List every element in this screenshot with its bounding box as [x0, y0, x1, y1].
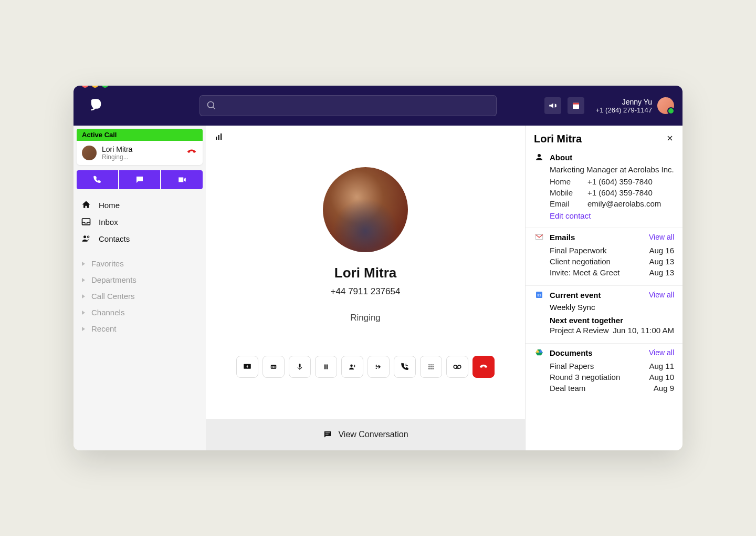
svg-point-16: [350, 364, 353, 367]
current-event-label: Current event: [550, 291, 644, 300]
active-call-card[interactable]: Lori Mitra Ringing...: [77, 141, 203, 165]
section-call-centers[interactable]: Call Centers: [74, 288, 206, 304]
section-recent[interactable]: Recent: [74, 321, 206, 337]
email-row[interactable]: Client negotiationAug 13: [550, 256, 674, 267]
gmail-icon: [534, 232, 544, 242]
edit-contact-link[interactable]: Edit contact: [550, 211, 674, 220]
chat-icon: [322, 429, 333, 440]
announcement-button[interactable]: [544, 97, 561, 114]
microphone-icon: [295, 362, 304, 372]
section-label: Call Centers: [91, 292, 135, 301]
transfer-icon: [374, 362, 383, 372]
event-row[interactable]: Project A ReviewJun 10, 11:00 AM: [550, 325, 674, 336]
home-label: Home: [550, 177, 587, 186]
svg-rect-9: [220, 133, 222, 140]
hangup-mini-button[interactable]: [186, 146, 197, 160]
nav-label: Home: [99, 201, 120, 210]
section-label: Favorites: [91, 259, 124, 268]
window-close[interactable]: [82, 86, 88, 88]
svg-point-22: [433, 366, 434, 367]
view-conversation-label: View Conversation: [338, 430, 408, 439]
phone-icon: [92, 175, 102, 184]
contact-phone: +44 7911 237654: [331, 286, 401, 297]
nav-inbox[interactable]: Inbox: [74, 213, 206, 230]
contact-avatar-large: [323, 167, 408, 252]
documents-section: Documents View all Final PapersAug 11 Ro…: [526, 344, 682, 401]
home-value: +1 (604) 359-7840: [587, 177, 653, 186]
record-button[interactable]: REC: [262, 356, 285, 378]
section-favorites[interactable]: Favorites: [74, 255, 206, 272]
svg-point-21: [430, 366, 432, 367]
add-participant-button[interactable]: [341, 356, 363, 378]
share-screen-button[interactable]: [236, 356, 258, 378]
email-value: emily@aerolabs.com: [587, 199, 661, 208]
megaphone-icon: [548, 101, 558, 110]
events-view-all[interactable]: View all: [649, 291, 674, 299]
about-role: Marketing Manager at Aerolabs Inc.: [550, 165, 674, 174]
current-event-name: Weekly Sync: [550, 303, 674, 312]
contacts-icon: [81, 233, 91, 244]
titlebar: Jenny Yu +1 (264) 279-1147: [74, 86, 682, 126]
about-section: About Marketing Manager at Aerolabs Inc.…: [526, 148, 682, 228]
user-info[interactable]: Jenny Yu +1 (264) 279-1147: [596, 97, 674, 114]
view-conversation-button[interactable]: View Conversation: [206, 419, 525, 450]
search-input[interactable]: [200, 95, 497, 116]
document-row[interactable]: Final PapersAug 11: [550, 360, 674, 372]
chevron-right-icon: [81, 326, 86, 332]
person-icon: [534, 152, 544, 162]
pause-icon: [321, 362, 331, 372]
record-icon: REC: [269, 362, 278, 372]
section-channels[interactable]: Channels: [74, 304, 206, 321]
document-row[interactable]: Round 3 negotiationAug 10: [550, 372, 674, 383]
contact-name: Lori Mitra: [334, 265, 396, 281]
section-label: Channels: [91, 308, 124, 317]
inbox-icon: [81, 217, 91, 227]
search-icon: [206, 100, 217, 111]
nav-label: Inbox: [99, 218, 118, 226]
nav-home[interactable]: Home: [74, 197, 206, 213]
dialpad-button[interactable]: [420, 356, 442, 378]
svg-text:REC: REC: [271, 366, 276, 368]
svg-rect-13: [299, 364, 301, 368]
calendar-button[interactable]: [568, 97, 584, 114]
documents-view-all[interactable]: View all: [649, 348, 674, 357]
email-row[interactable]: Final PaperworkAug 16: [550, 245, 674, 256]
hangup-icon: [186, 146, 197, 158]
events-section: 31 Current event View all Weekly Sync Ne…: [526, 286, 682, 344]
home-icon: [81, 200, 91, 210]
transfer-button[interactable]: [368, 356, 390, 378]
svg-rect-14: [324, 364, 326, 369]
chevron-right-icon: [81, 310, 86, 315]
mute-button[interactable]: [289, 356, 311, 378]
nav-contacts[interactable]: Contacts: [74, 230, 206, 247]
stats-button[interactable]: [214, 132, 224, 143]
app-window: Jenny Yu +1 (264) 279-1147 Active Call L…: [74, 86, 682, 450]
svg-point-6: [88, 236, 89, 238]
window-maximize[interactable]: [102, 86, 108, 88]
mobile-label: Mobile: [550, 188, 587, 197]
call-status-large: Ringing: [350, 313, 381, 323]
hold-button[interactable]: [315, 356, 337, 378]
svg-rect-15: [327, 364, 328, 369]
email-label: Email: [550, 199, 587, 208]
window-minimize[interactable]: [92, 86, 98, 88]
email-row[interactable]: Invite: Meet & GreetAug 13: [550, 267, 674, 278]
call-name: Lori Mitra: [102, 145, 181, 153]
voicemail-icon: [453, 362, 462, 372]
new-video-button[interactable]: [161, 170, 203, 189]
park-call-button[interactable]: [394, 356, 416, 378]
share-screen-icon: [243, 362, 252, 372]
document-row[interactable]: Deal teamAug 9: [550, 383, 674, 394]
emails-view-all[interactable]: View all: [649, 233, 674, 241]
nav-label: Contacts: [99, 234, 130, 243]
hangup-button[interactable]: [472, 356, 495, 378]
section-label: Recent: [91, 324, 117, 333]
voicemail-button[interactable]: [446, 356, 468, 378]
new-call-button[interactable]: [77, 170, 118, 189]
close-details-button[interactable]: [666, 134, 674, 145]
section-departments[interactable]: Departments: [74, 272, 206, 288]
message-icon: [135, 175, 144, 184]
call-status: Ringing...: [102, 153, 181, 161]
new-message-button[interactable]: [119, 170, 161, 189]
svg-point-19: [433, 364, 434, 365]
